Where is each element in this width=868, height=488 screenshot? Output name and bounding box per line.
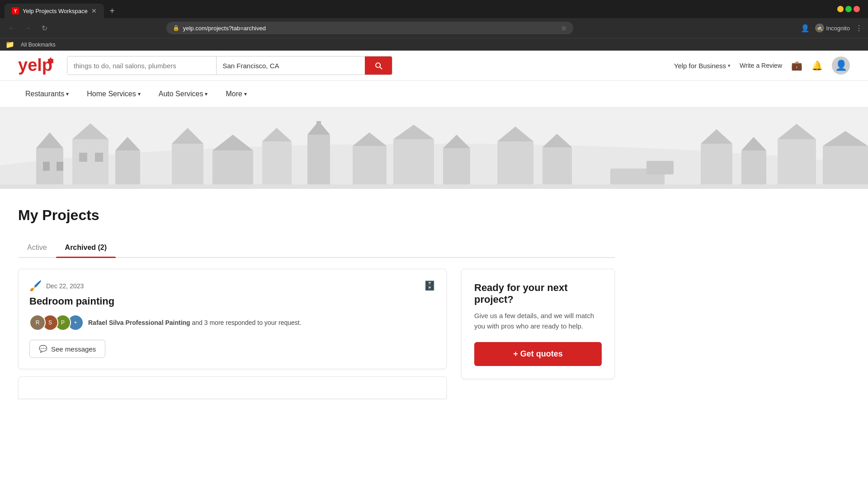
yelp-header: yelp Yelp for Business ▾ Write a Review <box>0 51 868 81</box>
profile-icon[interactable]: 👤 <box>801 24 810 33</box>
sidebar-widget: Ready for your next project? Give us a f… <box>461 269 615 399</box>
yelp-for-business-link[interactable]: Yelp for Business ▾ <box>674 62 731 70</box>
toolbar-right: 👤 🕵 Incognito ⋮ <box>801 23 863 33</box>
svg-rect-23 <box>262 141 292 189</box>
pro-suffix: and 3 more responded to your request. <box>190 319 302 326</box>
window-controls <box>837 6 863 16</box>
svg-rect-17 <box>115 150 140 189</box>
forward-button[interactable]: → <box>22 22 34 34</box>
address-bar[interactable]: 🔒 yelp.com/projects?tab=archived ☆ <box>166 22 573 34</box>
main-content: My Projects Active Archived (2) 🖌️ Dec 2… <box>0 189 633 426</box>
svg-line-5 <box>48 62 49 63</box>
nav-home-services[interactable]: Home Services ▾ <box>80 86 147 102</box>
pro-name: Rafael Silva Professional Painting <box>88 319 190 326</box>
pro-avatars: R S P + <box>29 314 80 331</box>
tab-archived[interactable]: Archived (2) <box>56 238 116 257</box>
message-icon: 💬 <box>39 345 47 353</box>
get-quotes-description: Give us a few details, and we will match… <box>474 311 602 331</box>
yelp-category-nav: Restaurants ▾ Home Services ▾ Auto Servi… <box>0 81 868 108</box>
incognito-indicator: 🕵 Incognito <box>815 23 850 33</box>
nav-auto-services-label: Auto Services <box>159 90 203 98</box>
svg-rect-34 <box>497 141 533 189</box>
nav-more[interactable]: More ▾ <box>218 86 254 102</box>
get-quotes-title: Ready for your next project? <box>474 282 602 305</box>
project-title: Bedroom painting <box>29 296 435 307</box>
tab-bar: Y Yelp Projects Workspace ✕ + <box>0 0 868 18</box>
svg-rect-13 <box>72 139 108 189</box>
project-card-bedroom-painting: 🖌️ Dec 22, 2023 🗄️ Bedroom painting R S … <box>18 269 447 369</box>
projects-layout: 🖌️ Dec 22, 2023 🗄️ Bedroom painting R S … <box>18 258 615 399</box>
hero-banner <box>0 108 868 189</box>
bookmarks-bar: 📁 All Bookmarks <box>0 38 868 51</box>
lock-icon: 🔒 <box>173 25 179 31</box>
svg-rect-21 <box>212 150 253 189</box>
svg-line-3 <box>52 59 53 60</box>
search-bar <box>67 56 392 75</box>
menu-icon[interactable]: ⋮ <box>855 24 863 33</box>
get-quotes-card: Ready for your next project? Give us a f… <box>461 269 615 379</box>
svg-rect-50 <box>823 146 868 189</box>
more-chevron-icon: ▾ <box>244 91 247 97</box>
bookmark-star-icon[interactable]: ☆ <box>561 24 567 32</box>
svg-rect-52 <box>0 184 868 189</box>
reload-button[interactable]: ↻ <box>38 22 51 34</box>
see-messages-button[interactable]: 💬 See messages <box>29 340 105 358</box>
hero-cityscape-svg <box>0 108 868 189</box>
project-pros: R S P + Rafael Silva Professional Painti… <box>29 314 435 331</box>
svg-rect-28 <box>353 146 387 189</box>
pro-text: Rafael Silva Professional Painting and 3… <box>88 319 302 326</box>
svg-rect-39 <box>646 161 674 174</box>
svg-rect-48 <box>778 139 816 189</box>
back-button[interactable]: ← <box>5 22 18 34</box>
svg-text:yelp: yelp <box>18 56 52 75</box>
svg-rect-36 <box>542 147 572 189</box>
svg-rect-12 <box>57 162 63 171</box>
yelp-logo-svg: yelp <box>18 56 54 75</box>
svg-rect-25 <box>307 135 330 189</box>
svg-rect-32 <box>443 148 470 189</box>
project-date: Dec 22, 2023 <box>46 282 84 290</box>
search-what-input[interactable] <box>67 56 217 75</box>
search-button[interactable] <box>365 56 392 75</box>
svg-rect-16 <box>95 153 103 162</box>
restaurants-chevron-icon: ▾ <box>66 91 69 97</box>
archive-button[interactable]: 🗄️ <box>424 280 435 291</box>
incognito-label: Incognito <box>826 25 850 32</box>
nav-restaurants[interactable]: Restaurants ▾ <box>18 86 76 102</box>
yelp-logo[interactable]: yelp <box>18 56 54 75</box>
minimize-button[interactable] <box>837 6 844 12</box>
svg-line-6 <box>48 59 49 60</box>
tab-active[interactable]: Active <box>18 238 56 257</box>
nav-auto-services[interactable]: Auto Services ▾ <box>151 86 215 102</box>
search-where-input[interactable] <box>217 56 365 75</box>
brush-icon: 🖌️ <box>29 280 42 292</box>
get-quotes-button[interactable]: + Get quotes <box>474 342 602 366</box>
yelp-site: yelp Yelp for Business ▾ Write a Review <box>0 51 868 426</box>
browser-tab-yelp[interactable]: Y Yelp Projects Workspace ✕ <box>5 4 104 18</box>
nav-home-services-label: Home Services <box>87 90 136 98</box>
close-tab-button[interactable]: ✕ <box>91 7 97 14</box>
nav-restaurants-label: Restaurants <box>25 90 64 98</box>
incognito-icon: 🕵 <box>815 23 824 33</box>
nav-more-label: More <box>226 90 242 98</box>
svg-rect-30 <box>393 139 434 189</box>
close-button[interactable] <box>854 6 860 12</box>
briefcase-icon[interactable]: 💼 <box>791 60 802 71</box>
project-date-row: 🖌️ Dec 22, 2023 <box>29 280 84 292</box>
bookmarks-folder-icon: 📁 <box>5 40 14 49</box>
svg-rect-44 <box>701 144 732 189</box>
user-avatar[interactable]: 👤 <box>832 56 850 75</box>
new-tab-button[interactable]: + <box>106 5 118 17</box>
pro-avatar-1: R <box>29 314 46 331</box>
all-bookmarks-link[interactable]: All Bookmarks <box>18 41 58 49</box>
tab-favicon: Y <box>12 7 19 14</box>
project-card-partial <box>18 376 447 399</box>
svg-line-4 <box>52 62 53 63</box>
write-review-link[interactable]: Write a Review <box>740 62 782 69</box>
svg-rect-46 <box>741 150 766 189</box>
business-chevron-icon: ▾ <box>728 63 731 69</box>
svg-rect-19 <box>172 144 203 189</box>
projects-tabs: Active Archived (2) <box>18 238 615 258</box>
bell-icon[interactable]: 🔔 <box>811 60 823 71</box>
maximize-button[interactable] <box>845 6 852 12</box>
